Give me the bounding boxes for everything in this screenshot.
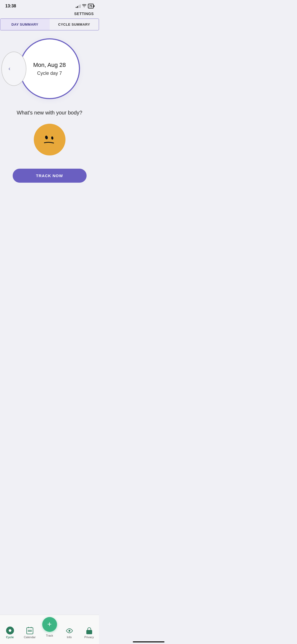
emoji-container [34,124,65,155]
status-icons: 75 [76,4,94,8]
tab-switch: DAY SUMMARY CYCLE SUMMARY [0,19,99,30]
cycle-day-text: Cycle day 7 [37,71,62,76]
svg-point-0 [45,135,48,140]
main-content: ‹ Mon, Aug 28 Cycle day 7 What's new wit… [0,30,99,188]
prev-arrow-button[interactable]: ‹ [8,65,10,72]
circle-carousel: ‹ Mon, Aug 28 Cycle day 7 [5,38,94,99]
emoji-expression [39,132,60,148]
prev-circle-ghost [1,52,26,86]
track-now-button[interactable]: TRACK NOW [13,169,87,183]
tab-day-summary[interactable]: DAY SUMMARY [0,19,50,30]
settings-button[interactable]: SETTINGS [74,12,94,16]
wifi-icon [82,4,86,8]
svg-point-1 [51,136,54,140]
signal-icon [76,4,81,8]
main-date-circle: Mon, Aug 28 Cycle day 7 [19,38,80,99]
date-text: Mon, Aug 28 [33,62,66,68]
settings-row: SETTINGS [0,11,99,19]
status-bar: 13:38 75 [0,0,99,11]
tab-cycle-summary[interactable]: CYCLE SUMMARY [50,19,99,30]
emoji-face [34,124,65,155]
body-question-text: What's new with your body? [17,110,82,116]
status-time: 13:38 [5,4,16,8]
battery-icon: 75 [88,4,94,8]
